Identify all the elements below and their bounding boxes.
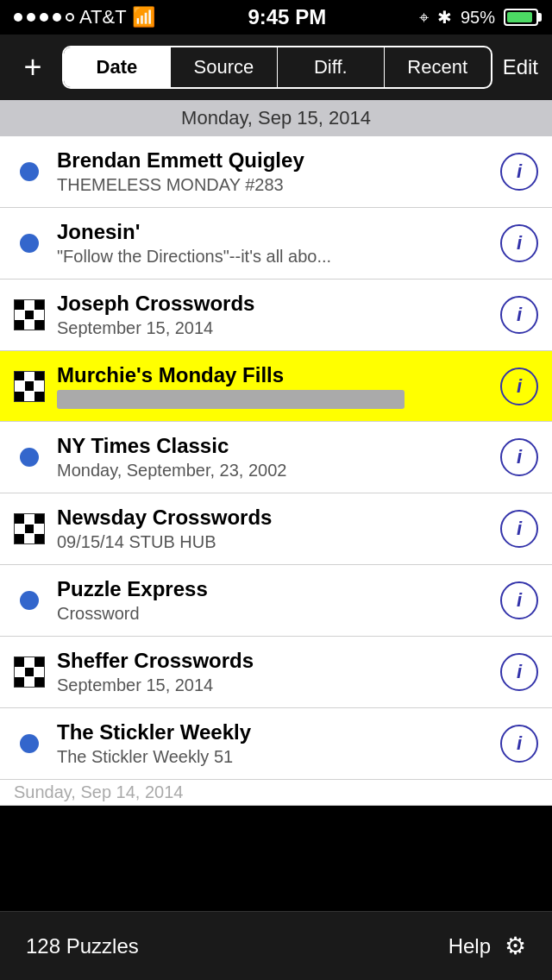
- puzzle-content-7: Puzzle Express Crossword: [57, 577, 492, 624]
- puzzle-title: NY Times Classic: [57, 434, 492, 458]
- date-header: Monday, Sep 15, 2014: [0, 100, 552, 136]
- puzzle-subtitle: September 15, 2014: [57, 675, 492, 695]
- info-button[interactable]: i: [500, 438, 538, 476]
- puzzle-content-6: Newsday Crosswords 09/15/14 STUB HUB: [57, 506, 492, 552]
- status-right: ⌖ ✱ 95%: [419, 7, 538, 28]
- status-left: AT&T 📶: [14, 6, 155, 28]
- puzzle-title: Puzzle Express: [57, 577, 492, 601]
- puzzle-subtitle: THEMELESS MONDAY #283: [57, 175, 492, 195]
- status-bar: AT&T 📶 9:45 PM ⌖ ✱ 95%: [0, 0, 552, 35]
- puzzle-icon-3: [14, 299, 45, 330]
- puzzle-content-8: Sheffer Crosswords September 15, 2014: [57, 649, 492, 695]
- puzzle-icon-5: [14, 442, 45, 473]
- blue-dot-icon: [20, 734, 39, 753]
- puzzle-title: Sheffer Crosswords: [57, 649, 492, 673]
- puzzle-title: Newsday Crosswords: [57, 506, 492, 530]
- list-item[interactable]: Jonesin' "Follow the Directions"--it's a…: [0, 208, 552, 280]
- signal-dot-2: [27, 13, 35, 22]
- settings-gear-icon[interactable]: ⚙: [505, 932, 526, 960]
- bottom-bar: 128 Puzzles Help ⚙: [0, 911, 552, 980]
- signal-dots: [14, 13, 74, 22]
- signal-dot-4: [53, 13, 61, 22]
- bluetooth-icon: ✱: [437, 7, 452, 28]
- puzzle-subtitle-redacted: [57, 390, 405, 409]
- puzzle-icon-9: [14, 728, 45, 759]
- info-button[interactable]: i: [500, 653, 538, 691]
- puzzle-subtitle: The Stickler Weekly 51: [57, 747, 492, 767]
- puzzle-title: The Stickler Weekly: [57, 720, 492, 744]
- add-button[interactable]: +: [14, 49, 52, 85]
- info-button[interactable]: i: [500, 296, 538, 334]
- crossword-grid-icon: [14, 513, 45, 544]
- puzzle-subtitle: "Follow the Directions"--it's all abo...: [57, 247, 492, 267]
- list-item-highlighted[interactable]: Murchie's Monday Fills i: [0, 351, 552, 422]
- puzzle-subtitle: Crossword: [57, 604, 492, 624]
- carrier-label: AT&T: [79, 6, 127, 28]
- crossword-grid-icon: [14, 656, 45, 688]
- info-button[interactable]: i: [500, 581, 538, 619]
- list-item[interactable]: Newsday Crosswords 09/15/14 STUB HUB i: [0, 493, 552, 565]
- blue-dot-icon: [20, 162, 39, 181]
- crossword-grid-icon: [14, 371, 45, 402]
- puzzle-title: Joseph Crosswords: [57, 292, 492, 316]
- wifi-icon: 📶: [132, 6, 155, 28]
- signal-dot-3: [40, 13, 48, 22]
- info-button[interactable]: i: [500, 368, 538, 405]
- list-item[interactable]: The Stickler Weekly The Stickler Weekly …: [0, 708, 552, 780]
- puzzle-list: Brendan Emmett Quigley THEMELESS MONDAY …: [0, 136, 552, 806]
- puzzle-icon-8: [14, 656, 45, 688]
- puzzle-content-4: Murchie's Monday Fills: [57, 363, 492, 409]
- info-button[interactable]: i: [500, 153, 538, 191]
- list-item[interactable]: NY Times Classic Monday, September, 23, …: [0, 422, 552, 493]
- help-button[interactable]: Help: [448, 934, 491, 958]
- tab-source[interactable]: Source: [171, 47, 278, 87]
- info-button[interactable]: i: [500, 725, 538, 763]
- puzzle-title: Murchie's Monday Fills: [57, 363, 492, 387]
- puzzle-subtitle: Monday, September, 23, 2002: [57, 461, 492, 481]
- puzzle-content-2: Jonesin' "Follow the Directions"--it's a…: [57, 220, 492, 267]
- info-button[interactable]: i: [500, 224, 538, 262]
- battery-icon: [504, 9, 538, 26]
- puzzle-content-3: Joseph Crosswords September 15, 2014: [57, 292, 492, 338]
- puzzle-title: Jonesin': [57, 220, 492, 244]
- list-item[interactable]: Puzzle Express Crossword i: [0, 565, 552, 637]
- tab-diff[interactable]: Diff.: [278, 47, 385, 87]
- time-label: 9:45 PM: [248, 5, 326, 29]
- edit-button[interactable]: Edit: [503, 55, 538, 79]
- puzzle-icon-4: [14, 371, 45, 402]
- blue-dot-icon: [20, 234, 39, 253]
- puzzle-icon-7: [14, 585, 45, 616]
- puzzle-content-5: NY Times Classic Monday, September, 23, …: [57, 434, 492, 481]
- puzzle-content-1: Brendan Emmett Quigley THEMELESS MONDAY …: [57, 148, 492, 195]
- location-icon: ⌖: [419, 8, 429, 28]
- list-item[interactable]: Joseph Crosswords September 15, 2014 i: [0, 280, 552, 351]
- tab-date[interactable]: Date: [64, 47, 171, 87]
- segment-control: Date Source Diff. Recent: [62, 46, 492, 89]
- info-button[interactable]: i: [500, 510, 538, 548]
- partial-date-text: Sunday, Sep 14, 2014: [14, 782, 183, 802]
- puzzle-icon-2: [14, 228, 45, 259]
- toolbar: + Date Source Diff. Recent Edit: [0, 35, 552, 100]
- puzzle-subtitle: 09/15/14 STUB HUB: [57, 532, 492, 552]
- puzzle-title: Brendan Emmett Quigley: [57, 148, 492, 173]
- battery-percent: 95%: [461, 8, 495, 28]
- bottom-right: Help ⚙: [448, 932, 526, 960]
- blue-dot-icon: [20, 591, 39, 610]
- signal-dot-5: [66, 13, 74, 22]
- puzzle-content-9: The Stickler Weekly The Stickler Weekly …: [57, 720, 492, 767]
- puzzle-icon-6: [14, 513, 45, 544]
- puzzle-icon-1: [14, 156, 45, 187]
- partial-list-item: Sunday, Sep 14, 2014: [0, 780, 552, 806]
- tab-recent[interactable]: Recent: [385, 47, 491, 87]
- signal-dot-1: [14, 13, 22, 22]
- blue-dot-icon: [20, 448, 39, 467]
- puzzle-subtitle: September 15, 2014: [57, 318, 492, 338]
- puzzle-count: 128 Puzzles: [26, 934, 139, 958]
- list-item[interactable]: Brendan Emmett Quigley THEMELESS MONDAY …: [0, 136, 552, 208]
- crossword-grid-icon: [14, 299, 45, 330]
- list-item[interactable]: Sheffer Crosswords September 15, 2014 i: [0, 637, 552, 708]
